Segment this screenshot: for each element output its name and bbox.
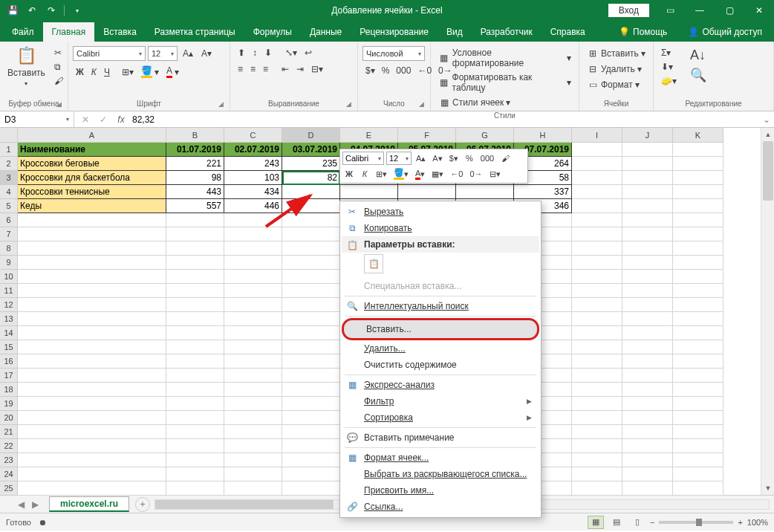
cell[interactable]	[622, 241, 673, 256]
cell[interactable]	[18, 213, 166, 227]
cell[interactable]	[572, 143, 622, 157]
cell[interactable]	[673, 425, 723, 439]
cell[interactable]	[18, 354, 166, 369]
number-launcher[interactable]: ◢	[419, 100, 428, 109]
cond-format-button[interactable]: ▦Условное форматирование▾	[435, 46, 574, 70]
cell[interactable]	[622, 397, 673, 411]
cell[interactable]	[282, 439, 340, 453]
select-all-corner[interactable]	[0, 128, 18, 143]
cell[interactable]	[572, 298, 622, 312]
cell[interactable]	[166, 270, 224, 284]
font-name-dropdown[interactable]: Calibri▾	[73, 46, 146, 61]
zoom-in-icon[interactable]: +	[738, 518, 742, 527]
bold-button[interactable]: Ж	[73, 65, 87, 79]
cell[interactable]: Кроссовки для баскетбола	[18, 171, 166, 185]
cell[interactable]	[282, 284, 340, 298]
cell[interactable]	[673, 298, 723, 312]
name-box[interactable]: D3▾	[0, 111, 74, 127]
cell[interactable]	[224, 467, 282, 481]
tab-insert[interactable]: Вставка	[94, 22, 146, 42]
row-header-15[interactable]: 15	[0, 340, 18, 354]
copy-icon[interactable]: ⧉	[51, 60, 66, 74]
minimize-icon[interactable]: —	[685, 0, 715, 21]
orientation-icon[interactable]: ⤡▾	[282, 46, 300, 59]
col-header-G[interactable]: G	[456, 128, 514, 143]
row-header-17[interactable]: 17	[0, 369, 18, 383]
cell[interactable]	[572, 397, 622, 411]
cell[interactable]: Кеды	[18, 199, 166, 213]
cell[interactable]	[18, 369, 166, 383]
cell[interactable]	[673, 340, 723, 354]
close-icon[interactable]: ✕	[744, 0, 774, 21]
cell[interactable]	[282, 241, 340, 256]
cell[interactable]	[673, 270, 723, 284]
cell[interactable]	[166, 369, 224, 383]
cell[interactable]	[18, 397, 166, 411]
cell[interactable]	[18, 256, 166, 270]
decrease-font-icon[interactable]: A▾	[198, 46, 215, 61]
cell[interactable]	[572, 284, 622, 298]
tab-formulas[interactable]: Формулы	[244, 22, 301, 42]
maximize-icon[interactable]: ▢	[715, 0, 744, 21]
cell[interactable]	[282, 425, 340, 439]
cell[interactable]	[622, 439, 673, 453]
tab-help[interactable]: Справка	[542, 22, 594, 42]
sort-filter-icon[interactable]: A↓	[687, 46, 709, 65]
autosum-icon[interactable]: Σ▾	[658, 46, 680, 59]
cell[interactable]	[224, 481, 282, 496]
align-left-icon[interactable]: ≡	[235, 62, 246, 76]
sheet-nav-next-icon[interactable]: ▶	[29, 498, 42, 511]
cell[interactable]	[572, 213, 622, 227]
cell[interactable]	[224, 397, 282, 411]
cell[interactable]	[224, 439, 282, 453]
cell[interactable]	[224, 312, 282, 326]
cell[interactable]: 82	[282, 171, 340, 185]
cell[interactable]: Наименование	[18, 143, 166, 157]
cell[interactable]	[622, 425, 673, 439]
cell[interactable]	[572, 185, 622, 199]
mini-italic-icon[interactable]: К	[358, 167, 371, 181]
mini-thousands-icon[interactable]: 000	[478, 152, 496, 165]
cut-icon[interactable]: ✂	[51, 46, 66, 59]
ctx-smart-lookup[interactable]: 🔍Интеллектуальный поиск	[342, 298, 539, 314]
cell[interactable]	[166, 312, 224, 326]
row-header-3[interactable]: 3	[0, 171, 18, 185]
sheet-nav-prev-icon[interactable]: ◀	[15, 498, 27, 511]
cell[interactable]	[622, 143, 673, 157]
cell-styles-button[interactable]: ▦Стили ячеек▾	[435, 95, 574, 110]
fx-icon[interactable]: fx	[114, 114, 128, 125]
cell[interactable]	[18, 467, 166, 481]
ctx-copy[interactable]: ⧉Копировать	[342, 220, 539, 236]
cell[interactable]	[673, 411, 723, 425]
mini-increase-font-icon[interactable]: A▴	[414, 152, 428, 165]
format-table-button[interactable]: ▦Форматировать как таблицу▾	[435, 71, 574, 94]
cell[interactable]	[622, 354, 673, 369]
wrap-text-icon[interactable]: ↩	[302, 46, 315, 59]
ctx-cut[interactable]: ✂Вырезать	[342, 204, 539, 220]
cell[interactable]	[224, 256, 282, 270]
tab-developer[interactable]: Разработчик	[472, 22, 542, 42]
cell[interactable]	[224, 227, 282, 241]
cell[interactable]	[166, 383, 224, 397]
tab-file[interactable]: Файл	[3, 22, 43, 42]
decrease-indent-icon[interactable]: ⇤	[279, 62, 292, 76]
ctx-paste-default[interactable]: 📋	[364, 254, 383, 273]
cell[interactable]	[572, 270, 622, 284]
italic-button[interactable]: К	[88, 65, 100, 79]
cell[interactable]	[572, 467, 622, 481]
cell[interactable]	[673, 481, 723, 496]
row-header-7[interactable]: 7	[0, 227, 18, 241]
mini-inc-dec-icon[interactable]: ←0	[448, 167, 465, 181]
cell[interactable]	[572, 354, 622, 369]
cell[interactable]	[622, 256, 673, 270]
cell[interactable]	[282, 227, 340, 241]
align-launcher[interactable]: ◢	[346, 100, 355, 109]
tab-view[interactable]: Вид	[438, 22, 472, 42]
save-icon[interactable]: 💾	[4, 2, 21, 19]
col-header-B[interactable]: B	[166, 128, 224, 143]
cell[interactable]	[572, 439, 622, 453]
cell[interactable]	[224, 340, 282, 354]
number-format-dropdown[interactable]: Числовой▾	[362, 46, 425, 61]
cell[interactable]	[572, 425, 622, 439]
cell[interactable]	[622, 383, 673, 397]
